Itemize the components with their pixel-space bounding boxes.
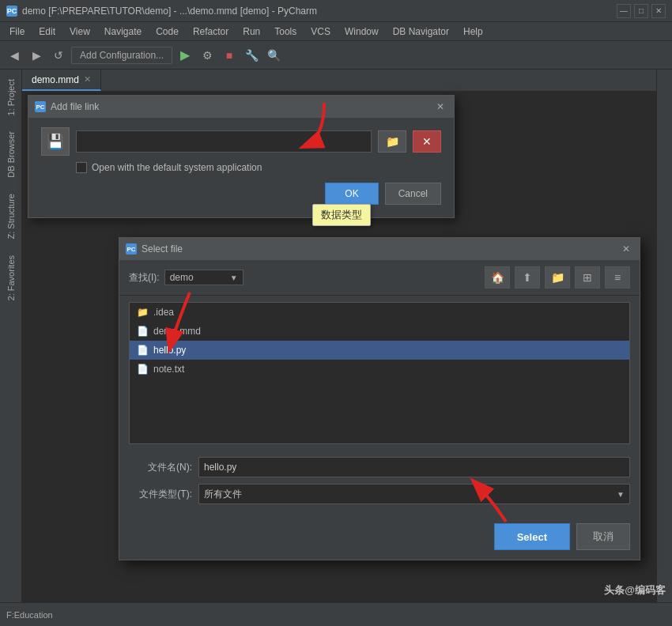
title-controls: — □ ✕	[617, 4, 666, 18]
menu-tools[interactable]: Tools	[268, 25, 303, 39]
menu-db-navigator[interactable]: DB Navigator	[387, 25, 455, 39]
toolbar-forward-button[interactable]: ▶	[27, 46, 46, 65]
watermark: 头条@编码客	[604, 583, 666, 598]
tab-demo-mmd[interactable]: demo.mmd ✕	[22, 70, 101, 91]
menu-file[interactable]: File	[3, 25, 31, 39]
window-close-button[interactable]: ✕	[651, 4, 666, 18]
toolbar-wrench-button[interactable]: 🔧	[242, 46, 261, 65]
file-icon: 📄	[136, 325, 149, 338]
file-browse-button[interactable]: 📁	[378, 130, 406, 153]
checkbox-row: Open with the default system application	[41, 162, 441, 173]
toolbar-stop-button[interactable]: ■	[220, 46, 239, 65]
open-default-app-label: Open with the default system application	[92, 162, 262, 173]
title-bar: PC demo [F:\PREPARE\TUTOR\demo] - ...\de…	[0, 0, 672, 22]
file-path-input[interactable]	[76, 130, 372, 153]
look-in-arrow-icon: ▼	[230, 273, 238, 282]
select-file-fields: 文件名(N): 文件类型(T): 所有文件 ▼	[119, 451, 640, 517]
list-item[interactable]: 📁 .idea	[130, 303, 629, 322]
list-item[interactable]: 📄 note.txt	[130, 360, 629, 379]
select-cancel-button[interactable]: 取消	[576, 523, 630, 550]
file-name: note.txt	[153, 364, 184, 375]
file-save-icon: 💾	[41, 127, 70, 156]
add-file-dialog-title: Add file link	[51, 101, 428, 112]
toolbar: ◀ ▶ ↺ Add Configuration... ▶ ⚙ ■ 🔧 🔍	[0, 41, 672, 70]
filetype-row: 文件类型(T): 所有文件 ▼	[129, 484, 630, 504]
sidebar-item-favorites[interactable]: 2: Favorites	[3, 249, 19, 307]
filename-row: 文件名(N):	[129, 457, 630, 477]
toolbar-list-view-button[interactable]: ⊞	[575, 266, 600, 288]
select-file-dialog-close-button[interactable]: ✕	[619, 242, 633, 256]
file-name: demo.mmd	[153, 326, 201, 337]
add-file-dialog-body: 💾 📁 ✕ Open with the default system appli…	[28, 118, 454, 217]
minimize-button[interactable]: —	[617, 4, 631, 18]
tooltip-bubble: 数据类型	[312, 204, 371, 226]
add-file-dialog-buttons: OK Cancel	[41, 183, 441, 205]
filetype-label: 文件类型(T):	[129, 488, 192, 501]
file-clear-button[interactable]: ✕	[413, 130, 441, 153]
bottom-bar: F:Education	[0, 602, 672, 626]
tab-bar: demo.mmd ✕	[22, 70, 656, 92]
add-file-cancel-button[interactable]: Cancel	[385, 183, 441, 205]
dialog-add-file: PC Add file link ✕ 💾 📁 ✕ Open with the d…	[28, 95, 455, 218]
right-sidebar	[656, 70, 672, 602]
maximize-button[interactable]: □	[634, 4, 648, 18]
add-file-ok-button[interactable]: OK	[325, 183, 378, 205]
menu-refactor[interactable]: Refactor	[187, 25, 235, 39]
sidebar-item-project[interactable]: 1: Project	[3, 73, 19, 122]
title-text: demo [F:\PREPARE\TUTOR\demo] - ...\demo.…	[22, 6, 612, 17]
list-item[interactable]: 📄 demo.mmd	[130, 322, 629, 341]
menu-run[interactable]: Run	[236, 25, 266, 39]
folder-icon: 📁	[136, 306, 149, 319]
select-button[interactable]: Select	[494, 523, 570, 550]
file-list-area[interactable]: 📁 .idea 📄 demo.mmd 📄 hello.py 📄 note.txt	[129, 302, 630, 444]
filetype-arrow-icon: ▼	[617, 490, 625, 499]
toolbar-new-folder-button[interactable]: 📁	[545, 266, 570, 288]
select-file-dialog-icon: PC	[126, 243, 137, 255]
file-icon: 📄	[136, 363, 149, 375]
add-configuration-button[interactable]: Add Configuration...	[71, 47, 172, 64]
look-in-combo[interactable]: demo ▼	[164, 270, 244, 285]
menu-help[interactable]: Help	[457, 25, 489, 39]
select-file-dialog-title-bar: PC Select file ✕	[119, 238, 640, 260]
menu-bar: File Edit View Navigate Code Refactor Ru…	[0, 22, 672, 41]
ide-window: PC demo [F:\PREPARE\TUTOR\demo] - ...\de…	[0, 0, 672, 626]
sidebar-item-structure[interactable]: Z: Structure	[3, 187, 19, 245]
add-file-dialog-icon: PC	[35, 101, 46, 112]
toolbar-back-button[interactable]: ◀	[5, 46, 24, 65]
toolbar-home-button[interactable]: 🏠	[485, 266, 510, 288]
filename-input[interactable]	[198, 457, 630, 477]
status-text: F:Education	[6, 610, 53, 620]
tab-close-button[interactable]: ✕	[84, 74, 91, 85]
left-sidebar: 1: Project DB Browser Z: Structure 2: Fa…	[0, 70, 22, 602]
look-in-value: demo	[170, 272, 227, 283]
dialog-select-file: PC Select file ✕ 查找(I): demo ▼ 🏠 ⬆ 📁 ⊞ ≡…	[119, 237, 640, 560]
sidebar-item-db-browser[interactable]: DB Browser	[3, 125, 19, 184]
toolbar-search-button[interactable]: 🔍	[264, 46, 283, 65]
file-name: .idea	[153, 307, 174, 318]
file-icon: 📄	[136, 344, 149, 356]
menu-view[interactable]: View	[63, 25, 96, 39]
toolbar-up-button[interactable]: ⬆	[515, 266, 540, 288]
toolbar-settings-button[interactable]: ⚙	[198, 46, 217, 65]
toolbar-run-button[interactable]: ▶	[176, 46, 194, 65]
open-default-app-checkbox[interactable]	[76, 162, 87, 173]
tab-label: demo.mmd	[32, 74, 79, 85]
list-item-selected[interactable]: 📄 hello.py	[130, 341, 629, 360]
look-in-label: 查找(I):	[129, 271, 160, 285]
file-input-row: 💾 📁 ✕	[41, 127, 441, 156]
menu-vcs[interactable]: VCS	[304, 25, 337, 39]
menu-navigate[interactable]: Navigate	[98, 25, 148, 39]
filetype-combo[interactable]: 所有文件 ▼	[198, 484, 630, 504]
filetype-value: 所有文件	[204, 488, 242, 501]
menu-code[interactable]: Code	[149, 25, 185, 39]
add-file-dialog-close-button[interactable]: ✕	[433, 100, 447, 114]
app-icon: PC	[6, 6, 17, 17]
select-file-toolbar: 查找(I): demo ▼ 🏠 ⬆ 📁 ⊞ ≡	[119, 260, 640, 296]
tooltip-text: 数据类型	[321, 209, 362, 221]
toolbar-refresh-button[interactable]: ↺	[49, 46, 68, 65]
menu-window[interactable]: Window	[338, 25, 385, 39]
select-file-buttons: Select 取消	[119, 517, 640, 560]
menu-edit[interactable]: Edit	[32, 25, 62, 39]
toolbar-details-view-button[interactable]: ≡	[605, 266, 630, 288]
select-file-dialog-title: Select file	[142, 243, 614, 255]
